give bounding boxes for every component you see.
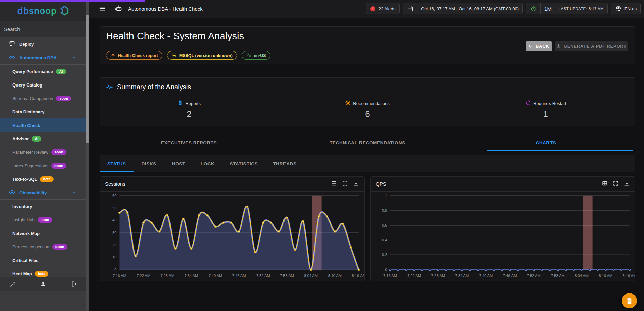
summary-stats: Reports 2Recommendations 6Requires Resta… bbox=[100, 100, 635, 119]
refresh-interval-button[interactable]: 1M - LAST UPDATE: 8:17 AM bbox=[526, 3, 608, 14]
download-icon[interactable] bbox=[624, 180, 630, 188]
svg-text:60: 60 bbox=[112, 194, 116, 198]
tab-charts[interactable]: CHARTS bbox=[457, 136, 635, 150]
sidebar-item-parameter-review[interactable]: Parameter Reviewsoon bbox=[0, 145, 86, 159]
pulse-icon bbox=[110, 52, 116, 59]
table-icon[interactable] bbox=[331, 180, 337, 188]
search-input[interactable]: Search bbox=[0, 21, 86, 37]
summary-card: Summary of the Analysis Reports 2Recomme… bbox=[100, 77, 635, 126]
sidebar-item-label: Deploy bbox=[19, 42, 34, 47]
sidebar-item-observability[interactable]: Observability bbox=[0, 186, 86, 199]
refresh-interval-value: 1M bbox=[544, 6, 552, 12]
sessions-chart[interactable]: 01020304050607:16 AM7:22 AM7:28 AM7:34 A… bbox=[100, 192, 364, 281]
sidebar-item-critical-files[interactable]: Critical Files bbox=[0, 253, 86, 267]
chart-toolbar bbox=[331, 180, 359, 188]
sidebar-item-label: Data Dictionary bbox=[12, 109, 44, 114]
table-icon[interactable] bbox=[602, 180, 608, 188]
sidebar-item-index-suggestions[interactable]: Index Suggestionssoon bbox=[0, 159, 86, 172]
sidebar-item-label: Query Catalog bbox=[12, 82, 42, 88]
subtab-statistics[interactable]: STATISTICS bbox=[222, 156, 265, 172]
qps-chart[interactable]: 00.20.40.60.817:16 AM7:22 AM7:28 AM7:34 … bbox=[371, 192, 635, 281]
subtab-lock[interactable]: LOCK bbox=[193, 156, 222, 172]
user-profile-icon[interactable] bbox=[40, 281, 47, 287]
sidebar-item-label: Health Check bbox=[12, 123, 40, 128]
svg-text:0: 0 bbox=[114, 268, 116, 272]
chevron-down-icon[interactable] bbox=[71, 189, 77, 197]
sidebar-item-data-dictionary[interactable]: Data Dictionary bbox=[0, 105, 86, 118]
svg-text:7:46 AM: 7:46 AM bbox=[232, 274, 246, 278]
sidebar-item-autonomous-dba[interactable]: Autonomous DBA bbox=[0, 51, 86, 64]
sidebar-item-label: Heat Map bbox=[12, 271, 32, 276]
magic-wand-icon[interactable] bbox=[9, 281, 16, 287]
subtab-status[interactable]: STATUS bbox=[100, 156, 134, 172]
report-tabs: EXECUTIVES REPORTSTECHNICAL RECOMENDATIO… bbox=[100, 136, 635, 150]
deploy-icon bbox=[9, 40, 15, 48]
sidebar-item-label: Text-to-SQL bbox=[12, 177, 37, 182]
restart-icon bbox=[525, 100, 531, 107]
subtab-threads[interactable]: THREADS bbox=[265, 156, 304, 172]
language-selector[interactable]: EN-us bbox=[611, 3, 641, 14]
download-icon[interactable] bbox=[353, 180, 359, 188]
sidebar-item-schema-comparison[interactable]: Schema Comparisonsoon bbox=[0, 92, 86, 105]
loading-progress-bar bbox=[0, 0, 145, 2]
stat-label: Recommendations bbox=[353, 101, 389, 106]
alerts-button[interactable]: 22 Alerts bbox=[366, 3, 400, 14]
sidebar-scrollbar[interactable] bbox=[86, 0, 89, 311]
sidebar-item-process-inspection[interactable]: Process Inspectionsoon bbox=[0, 240, 86, 253]
sidebar-scrollbar-thumb[interactable] bbox=[86, 15, 89, 143]
date-range-picker[interactable]: Oct 16, 07:17 AM - Oct 16, 08:17 AM (GMT… bbox=[403, 3, 523, 14]
sidebar-item-label: Critical Files bbox=[12, 258, 38, 263]
svg-text:8:04 AM: 8:04 AM bbox=[304, 274, 318, 278]
report-fab[interactable] bbox=[622, 293, 637, 308]
sidebar-item-label: Inventory bbox=[12, 204, 32, 209]
svg-text:50: 50 bbox=[112, 206, 116, 210]
sidebar-item-label: Insight Hub bbox=[12, 217, 35, 222]
fullscreen-icon[interactable] bbox=[342, 180, 348, 188]
stat-label: Requires Restart bbox=[533, 101, 566, 106]
svg-text:7:22 AM: 7:22 AM bbox=[137, 274, 150, 278]
sidebar-item-heat-map[interactable]: Heat Mapbeta bbox=[0, 267, 86, 277]
subtab-host[interactable]: HOST bbox=[164, 156, 193, 172]
chevron-down-icon[interactable] bbox=[71, 54, 77, 62]
robot-icon bbox=[115, 5, 123, 13]
sidebar-item-query-catalog[interactable]: Query Catalog bbox=[0, 78, 86, 92]
main-content: Health Check - System Analysis Health Ch… bbox=[89, 18, 644, 311]
back-arrow-icon bbox=[528, 44, 533, 49]
sidebar-item-advisor[interactable]: AdvisorAI bbox=[0, 132, 86, 145]
logout-icon[interactable] bbox=[71, 281, 77, 287]
page-title: Health Check - System Analysis bbox=[106, 31, 244, 42]
svg-text:40: 40 bbox=[112, 218, 116, 222]
chart-category-tabs: STATUSDISKSHOSTLOCKSTATISTICSTHREADS bbox=[100, 156, 635, 172]
hamburger-menu-icon[interactable] bbox=[99, 5, 106, 12]
svg-text:0: 0 bbox=[385, 268, 387, 272]
eye-icon bbox=[9, 189, 15, 197]
generate-pdf-button[interactable]: GENERATE A PDF REPORT bbox=[555, 41, 628, 51]
logo[interactable]: dbsnoop bbox=[0, 2, 86, 21]
sidebar-item-network-map[interactable]: Network Map bbox=[0, 227, 86, 240]
tab-technical-recomendations[interactable]: TECHNICAL RECOMENDATIONS bbox=[278, 136, 457, 150]
stat-recommendations: Recommendations 6 bbox=[278, 100, 456, 119]
chart-header: Sessions bbox=[100, 177, 364, 192]
fullscreen-icon[interactable] bbox=[613, 180, 619, 188]
subtab-disks[interactable]: DISKS bbox=[134, 156, 164, 172]
qps-chart-card: QPS 00.20.40.60.817:16 AM7:22 AM7:28 AM7… bbox=[370, 176, 635, 281]
sidebar-item-label: Parameter Review bbox=[12, 150, 48, 155]
gear-icon bbox=[345, 100, 351, 107]
sidebar-item-deploy[interactable]: Deploy bbox=[0, 37, 86, 51]
sidebar-item-text-to-sql[interactable]: Text-to-SQLbeta bbox=[0, 172, 86, 186]
sidebar-item-health-check[interactable]: Health Check bbox=[0, 118, 86, 132]
sidebar-item-query-performance[interactable]: Query PerformanceAI bbox=[0, 65, 86, 78]
tab-executives-reports[interactable]: EXECUTIVES REPORTS bbox=[100, 136, 278, 150]
search-placeholder: Search bbox=[4, 26, 20, 32]
badge-beta: beta bbox=[40, 176, 53, 182]
back-button[interactable]: BACK bbox=[526, 41, 552, 51]
badge-soon: soon bbox=[51, 163, 66, 169]
alert-icon bbox=[370, 6, 376, 12]
svg-text:7:28 AM: 7:28 AM bbox=[431, 274, 445, 278]
svg-text:30: 30 bbox=[112, 231, 116, 235]
sidebar-item-insight-hub[interactable]: Insight Hubsoon bbox=[0, 213, 86, 227]
sidebar-item-inventory[interactable]: Inventory bbox=[0, 200, 86, 213]
svg-text:7:46 AM: 7:46 AM bbox=[503, 274, 517, 278]
chart-title: Sessions bbox=[105, 181, 125, 187]
chart-toolbar bbox=[602, 180, 630, 188]
